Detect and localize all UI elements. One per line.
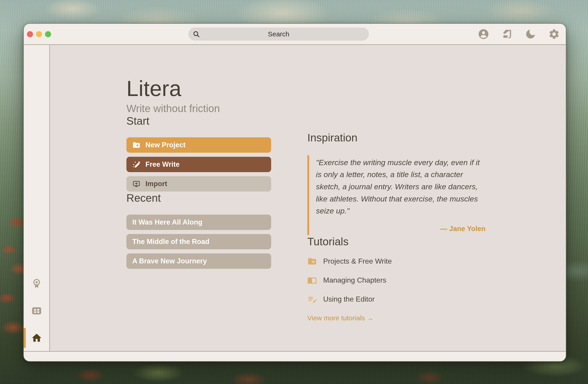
inspiration-heading: Inspiration xyxy=(307,131,485,144)
tutorial-item-editor[interactable]: Using the Editor xyxy=(307,293,485,306)
edit-note-icon xyxy=(307,295,317,304)
home-icon xyxy=(31,332,42,344)
import-label: Import xyxy=(146,180,167,188)
folder-plus-icon xyxy=(307,257,317,266)
titlebar xyxy=(24,24,566,45)
search-field xyxy=(189,28,369,41)
recent-item-label: The Middle of the Road xyxy=(132,238,210,246)
recent-item-label: It Was Here All Along xyxy=(132,218,202,226)
premium-badge-icon xyxy=(31,278,42,289)
quote-attribution: — Jane Yolen xyxy=(316,225,485,233)
import-button[interactable]: Import xyxy=(126,176,271,192)
sidebar-item-projects[interactable] xyxy=(24,301,49,321)
tutorial-item-projects[interactable]: Projects & Free Write xyxy=(307,255,485,268)
inspiration-quote: "Exercise the writing muscle every day, … xyxy=(316,156,485,217)
recent-item[interactable]: A Brave New Journery xyxy=(126,253,271,269)
tutorials-list: Projects & Free Write Managing Chapters xyxy=(307,255,485,306)
minimize-button[interactable] xyxy=(36,31,42,37)
pen-icon xyxy=(132,160,140,169)
sidebar xyxy=(24,45,50,351)
book-icon xyxy=(307,276,317,285)
tutorial-label: Managing Chapters xyxy=(323,276,386,284)
folder-plus-icon xyxy=(132,141,140,149)
tutorial-label: Using the Editor xyxy=(323,295,375,303)
titlebar-actions xyxy=(478,24,560,44)
app-tagline: Write without friction xyxy=(126,102,271,115)
import-screen-icon xyxy=(132,180,140,188)
account-icon xyxy=(478,28,489,40)
free-write-label: Free Write xyxy=(146,160,180,169)
recent-item-label: A Brave New Journery xyxy=(132,257,207,265)
grid-window-icon xyxy=(31,305,42,316)
signature-quill-button[interactable] xyxy=(501,28,513,40)
new-project-label: New Project xyxy=(146,141,186,149)
sidebar-item-achievements[interactable] xyxy=(24,274,49,294)
litera-app-window: Litera Write without friction Start New … xyxy=(23,23,566,362)
settings-gear-icon xyxy=(548,28,560,40)
recent-heading: Recent xyxy=(126,192,271,205)
status-bar xyxy=(24,351,566,361)
settings-button[interactable] xyxy=(548,28,560,40)
app-title: Litera xyxy=(126,77,271,100)
tutorial-item-chapters[interactable]: Managing Chapters xyxy=(307,274,485,287)
start-buttons: New Project Free Write xyxy=(126,137,271,192)
right-column: Inspiration "Exercise the writing muscle… xyxy=(307,131,485,322)
account-button[interactable] xyxy=(478,28,489,40)
left-column: Litera Write without friction Start New … xyxy=(126,77,271,269)
new-project-button[interactable]: New Project xyxy=(126,137,271,153)
traffic-lights xyxy=(27,31,51,37)
recent-item[interactable]: The Middle of the Road xyxy=(126,234,271,249)
recent-list: It Was Here All Along The Middle of the … xyxy=(126,215,271,269)
signature-quill-icon xyxy=(501,28,513,40)
tutorial-label: Projects & Free Write xyxy=(323,257,392,265)
close-button[interactable] xyxy=(27,31,33,37)
zoom-button[interactable] xyxy=(45,31,51,37)
start-heading: Start xyxy=(126,115,271,128)
free-write-button[interactable]: Free Write xyxy=(126,157,271,172)
sidebar-item-home[interactable] xyxy=(24,328,49,348)
dark-mode-moon-icon xyxy=(525,28,536,40)
tutorials-heading: Tutorials xyxy=(307,235,485,248)
home-content: Litera Write without friction Start New … xyxy=(50,45,566,351)
view-more-tutorials-link[interactable]: View more tutorials → xyxy=(307,314,374,322)
window-body: Litera Write without friction Start New … xyxy=(24,45,566,351)
recent-item[interactable]: It Was Here All Along xyxy=(126,215,271,230)
search-input[interactable] xyxy=(189,28,369,41)
inspiration-quote-block: "Exercise the writing muscle every day, … xyxy=(307,155,485,235)
dark-mode-button[interactable] xyxy=(525,28,536,40)
